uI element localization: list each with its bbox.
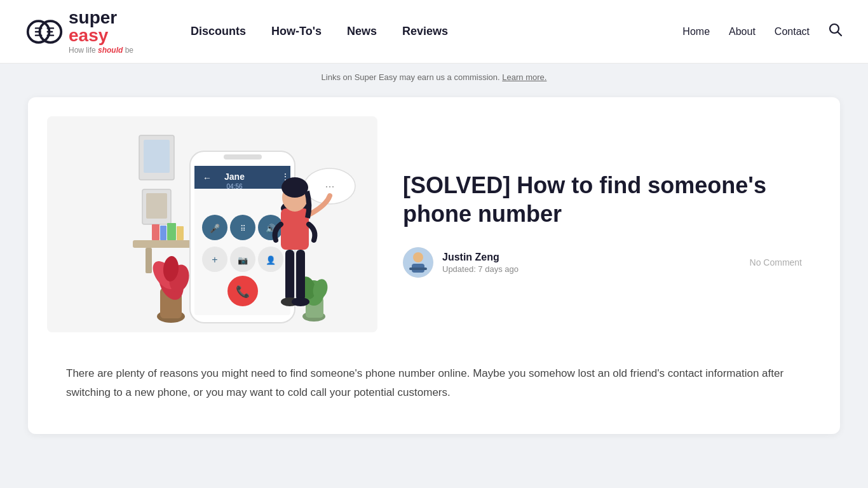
svg-text:Jane: Jane [224, 172, 245, 182]
nav-reviews[interactable]: Reviews [402, 25, 448, 38]
svg-rect-10 [146, 248, 152, 273]
nav-howtos[interactable]: How-To's [271, 25, 322, 38]
author-details: Justin Zeng Updated: 7 days ago [442, 252, 519, 274]
svg-rect-28 [224, 154, 262, 159]
svg-text:👤: 👤 [266, 255, 276, 266]
svg-text:···: ··· [325, 180, 334, 193]
author-row: Justin Zeng Updated: 7 days ago No Comme… [403, 247, 802, 278]
svg-rect-8 [146, 193, 167, 219]
logo-title: super easy [69, 9, 133, 44]
nav-discounts[interactable]: Discounts [191, 25, 246, 38]
article-illustration: ← Jane 04:56 ⋮ 🎤 ⠿ 🔊 + [47, 116, 377, 332]
svg-text:📞: 📞 [236, 285, 250, 299]
logo-icon [25, 13, 64, 51]
article-meta: [SOLVED] How to find someone's phone num… [403, 171, 802, 278]
comment-count: No Comment [750, 257, 802, 268]
nav-about[interactable]: About [729, 26, 756, 37]
nav-contact[interactable]: Contact [775, 26, 810, 37]
main-nav: Discounts How-To's News Reviews [191, 25, 448, 38]
svg-rect-56 [296, 250, 305, 301]
svg-point-54 [281, 177, 308, 198]
svg-rect-55 [285, 250, 294, 301]
article-body: There are plenty of reasons you might ne… [28, 351, 840, 434]
svg-text:←: ← [203, 173, 212, 183]
main-card: ← Jane 04:56 ⋮ 🎤 ⠿ 🔊 + [28, 97, 840, 434]
svg-text:⠿: ⠿ [240, 224, 246, 233]
svg-text:+: + [212, 254, 217, 265]
logo-subtitle: How life should be [69, 46, 133, 55]
site-header: super easy How life should be Discounts … [0, 0, 868, 64]
svg-rect-52 [281, 208, 309, 250]
svg-text:04:56: 04:56 [226, 183, 242, 190]
author-name: Justin Zeng [442, 252, 519, 263]
avatar-image [403, 247, 433, 278]
svg-point-60 [413, 252, 423, 262]
right-nav: Home About Contact [682, 23, 843, 40]
svg-rect-13 [160, 226, 166, 240]
svg-rect-14 [167, 223, 176, 240]
svg-rect-62 [409, 268, 427, 270]
svg-text:🎤: 🎤 [210, 223, 220, 234]
author-updated: Updated: 7 days ago [442, 264, 519, 274]
learn-more-link[interactable]: Learn more. [502, 72, 546, 82]
author-info: Justin Zeng Updated: 7 days ago [403, 247, 519, 278]
nav-home[interactable]: Home [682, 26, 710, 37]
search-button[interactable] [829, 23, 843, 40]
svg-point-58 [292, 297, 309, 306]
svg-rect-15 [177, 226, 184, 240]
hero-section: ← Jane 04:56 ⋮ 🎤 ⠿ 🔊 + [28, 97, 840, 351]
nav-news[interactable]: News [347, 25, 377, 38]
logo-area[interactable]: super easy How life should be [25, 9, 153, 55]
article-intro: There are plenty of reasons you might ne… [66, 364, 802, 402]
illustration-area: ← Jane 04:56 ⋮ 🎤 ⠿ 🔊 + [47, 116, 377, 332]
svg-rect-6 [144, 140, 170, 173]
article-title: [SOLVED] How to find someone's phone num… [403, 171, 802, 228]
svg-text:📷: 📷 [238, 255, 248, 266]
logo-text: super easy How life should be [69, 9, 133, 55]
svg-rect-12 [152, 224, 159, 240]
author-avatar [403, 247, 433, 278]
search-icon [829, 23, 843, 37]
svg-line-3 [837, 32, 841, 36]
commission-bar: Links on Super Easy may earn us a commis… [0, 64, 868, 91]
